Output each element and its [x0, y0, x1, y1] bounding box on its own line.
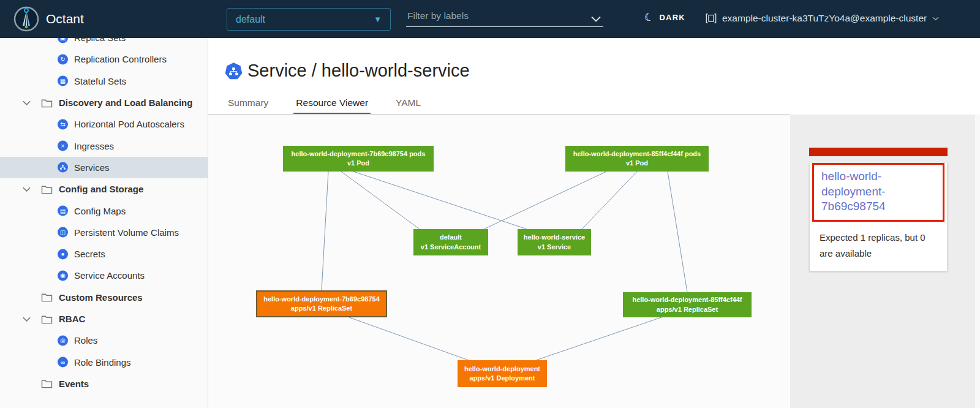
graph-node-pod-7b69c98754[interactable]: hello-world-deployment-7b69c98754 podsv1…: [283, 146, 434, 172]
tab-resource-viewer[interactable]: Resource Viewer: [293, 93, 371, 115]
sidebar-item-discovery-and-load-balancing[interactable]: Discovery and Load Balancing: [0, 92, 208, 113]
sidebar-item-label: Replica Sets: [74, 38, 126, 43]
node-title: hello-world-service: [518, 233, 591, 242]
node-kind: v1 Service: [518, 243, 591, 252]
dropdown-caret-icon: ▼: [374, 15, 382, 24]
sidebar-item-replica-sets[interactable]: ▣Replica Sets: [0, 38, 208, 48]
node-kind: v1 ServiceAccount: [413, 243, 488, 252]
sidebar-item-secrets[interactable]: ●Secrets: [0, 243, 208, 265]
node-title: default: [413, 233, 488, 242]
replica-sets-icon: ▣: [58, 38, 68, 43]
chevron-down-icon[interactable]: [591, 13, 601, 25]
folder-icon: [41, 314, 53, 324]
cluster-icon: [706, 13, 717, 24]
graph-edge: [353, 172, 527, 229]
sidebar-item-label: Roles: [74, 335, 97, 346]
chevron-down-icon[interactable]: [22, 186, 31, 192]
sidebar-item-label: Custom Resources: [59, 292, 143, 303]
sidebar-item-services[interactable]: Services: [0, 157, 208, 178]
sidebar-item-service-accounts[interactable]: ◉Service Accounts: [0, 265, 208, 286]
graph-edge: [668, 172, 687, 292]
scrollbar-track[interactable]: [975, 115, 980, 408]
node-title: hello-world-deployment: [458, 365, 547, 374]
namespace-value: default: [236, 14, 265, 25]
context-selector[interactable]: example-cluster-ka3TuTzYo4a@example-clus…: [706, 13, 939, 24]
sidebar-item-events[interactable]: Events: [0, 373, 208, 395]
graph-edge: [484, 172, 606, 229]
sidebar-item-persistent-volume-claims[interactable]: ◫Persistent Volume Claims: [0, 222, 208, 243]
graph-node-service-hello-world-service[interactable]: hello-world-servicev1 Service: [518, 229, 591, 255]
graph-edge: [322, 172, 328, 290]
sidebar-item-label: Stateful Sets: [74, 76, 126, 86]
folder-icon: [41, 98, 53, 108]
folder-icon: [41, 292, 53, 302]
sidebar-item-label: Services: [74, 162, 110, 173]
sidebar-item-replication-controllers[interactable]: ↻Replication Controllers: [0, 48, 208, 70]
graph-node-serviceaccount-default[interactable]: defaultv1 ServiceAccount: [413, 229, 488, 255]
sidebar-item-horizontal-pod-autoscalers[interactable]: ⇆Horizontal Pod Autoscalers: [0, 113, 208, 135]
sidebar-item-label: Horizontal Pod Autoscalers: [74, 119, 184, 129]
graph-node-pod-85ff4cf44f[interactable]: hello-world-deployment-85ff4cf44f podsv1…: [565, 146, 709, 172]
tab-summary[interactable]: Summary: [225, 93, 271, 115]
octant-logo-icon[interactable]: [13, 6, 39, 32]
role-bindings-icon: ∞: [58, 357, 68, 368]
chevron-down-icon[interactable]: [22, 316, 31, 322]
selected-object-card-body: hello-world-deployment-7b69c98754 Expect…: [809, 163, 948, 271]
service-accounts-icon: ◉: [58, 270, 68, 281]
graph-node-replicaset-85ff4cf44f[interactable]: hello-world-deployment-85ff4cf44fapps/v1…: [623, 292, 752, 317]
sidebar-item-config-and-storage[interactable]: Config and Storage: [0, 178, 208, 200]
filter-input[interactable]: [406, 9, 603, 27]
sidebar-item-label: Discovery and Load Balancing: [59, 97, 192, 108]
sidebar-nav: ▣Replica Sets↻Replication Controllers▦St…: [0, 38, 208, 408]
sidebar-item-role-bindings[interactable]: ∞Role Bindings: [0, 351, 208, 372]
page-title: Service / hello-world-service: [247, 61, 470, 81]
config-maps-icon: ▤: [58, 206, 68, 216]
sidebar-item-config-maps[interactable]: ▤Config Maps: [0, 200, 208, 221]
resource-viewer-canvas[interactable]: hello-world-deployment-7b69c98754 podsv1…: [208, 115, 790, 408]
secrets-icon: ●: [58, 249, 68, 259]
selected-object-status: Expected 1 replicas, but 0 are available: [820, 230, 941, 262]
sidebar-item-label: Role Bindings: [74, 357, 131, 368]
roles-icon: ◎: [58, 335, 68, 346]
graph-edge: [349, 317, 469, 360]
node-title: hello-world-deployment-85ff4cf44f: [623, 295, 752, 304]
node-title: hello-world-deployment-85ff4cf44f pods: [565, 149, 709, 159]
selected-object-link[interactable]: hello-world-deployment-7b69c98754: [812, 163, 944, 222]
sidebar-item-label: Config and Storage: [59, 184, 143, 194]
sidebar-item-custom-resources[interactable]: Custom Resources: [0, 287, 208, 308]
selected-object-card: hello-world-deployment-7b69c98754 Expect…: [809, 148, 948, 271]
sidebar-item-label: Service Accounts: [74, 270, 145, 281]
label-filter: [406, 9, 603, 29]
namespace-dropdown[interactable]: default ▼: [227, 8, 391, 31]
detail-panel: hello-world-deployment-7b69c98754 Expect…: [790, 115, 980, 408]
sidebar-item-ingresses[interactable]: ×Ingresses: [0, 135, 208, 156]
sidebar-item-stateful-sets[interactable]: ▦Stateful Sets: [0, 70, 208, 92]
graph-node-deployment-hello-world[interactable]: hello-world-deploymentapps/v1 Deployment: [458, 360, 547, 387]
services-icon: [58, 162, 68, 173]
sidebar-list: ▣Replica Sets↻Replication Controllers▦St…: [0, 38, 208, 395]
tab-bar: Summary Resource Viewer YAML: [225, 93, 423, 115]
chevron-down-icon[interactable]: [22, 100, 31, 105]
sidebar-item-roles[interactable]: ◎Roles: [0, 330, 208, 351]
theme-toggle[interactable]: ☾ DARK: [644, 12, 685, 23]
persistent-volume-claims-icon: ◫: [58, 227, 68, 238]
context-label: example-cluster-ka3TuTzYo4a@example-clus…: [722, 13, 927, 24]
sidebar-item-label: Events: [59, 379, 89, 389]
tab-yaml[interactable]: YAML: [393, 93, 423, 115]
app-title: Octant: [46, 12, 84, 26]
sidebar-item-rbac[interactable]: RBAC: [0, 308, 208, 330]
sidebar-item-label: Ingresses: [74, 141, 114, 151]
node-kind: apps/v1 ReplicaSet: [257, 304, 386, 313]
theme-toggle-label: DARK: [659, 13, 685, 22]
sidebar-item-label: Secrets: [74, 249, 105, 259]
graph-node-replicaset-7b69c98754[interactable]: hello-world-deployment-7b69c98754apps/v1…: [256, 290, 387, 317]
folder-icon: [41, 379, 53, 388]
graph-edge: [582, 172, 637, 229]
graph-edge: [536, 317, 662, 360]
node-kind: v1 Pod: [565, 159, 709, 168]
node-title: hello-world-deployment-7b69c98754 pods: [283, 149, 434, 159]
node-kind: apps/v1 Deployment: [458, 374, 547, 383]
app-header: Octant default ▼ ☾ DARK example-cluster-…: [0, 0, 980, 38]
replication-controllers-icon: ↻: [58, 54, 68, 64]
moon-icon: ☾: [643, 11, 655, 23]
